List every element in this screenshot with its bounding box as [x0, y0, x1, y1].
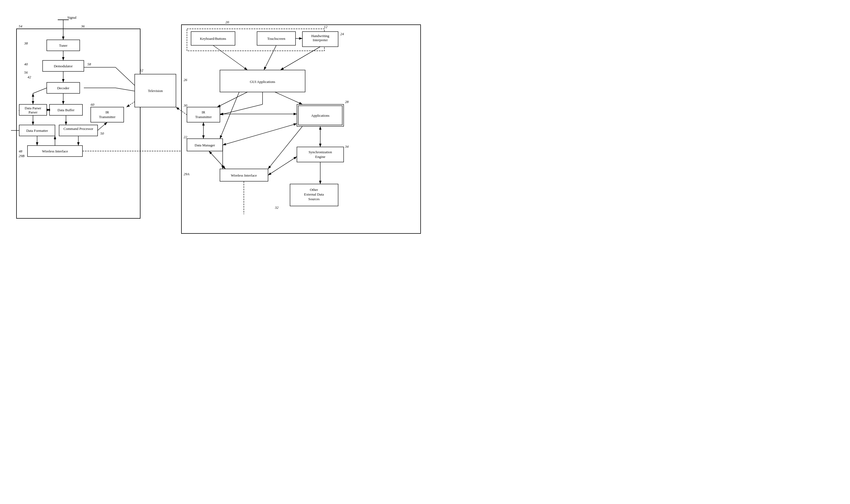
other-external-label: Other — [310, 187, 318, 192]
svg-text:Transmitter: Transmitter — [195, 115, 212, 119]
data-manager-label: Data Manager — [195, 143, 215, 147]
touchscreen-label: Touchscreen — [267, 37, 285, 41]
num-32: 32 — [275, 205, 279, 210]
gui-applications-label: GUI Applications — [250, 80, 275, 84]
sync-engine-label: Synchronization — [309, 150, 332, 154]
num-29b: 29B — [19, 154, 24, 158]
wireless-interface-left-label: Wireless Interface — [42, 149, 68, 153]
data-formatter-label: Data Formatter — [26, 128, 48, 133]
num-40: 40 — [24, 62, 28, 66]
num-36: 36 — [81, 24, 85, 28]
data-buffer-label: Data Buffer — [57, 108, 74, 112]
num-29a: 29A — [184, 172, 189, 176]
num-26: 26 — [184, 78, 188, 82]
decoder-label: Decoder — [57, 86, 70, 90]
keyboard-buttons-label: Keyboard/Buttons — [200, 37, 226, 41]
num-30: 30 — [184, 103, 188, 107]
num-56: 56 — [24, 70, 28, 74]
num-20: 20 — [225, 20, 229, 24]
data-parser-label: Data Parser — [25, 106, 41, 110]
handwriting-interpreter-label: Handwriting — [311, 34, 329, 38]
ir-transmitter-left-label: IR — [106, 110, 109, 114]
num-24: 24 — [340, 32, 344, 36]
num-54: 54 — [19, 24, 22, 28]
demodulator-label: Demodulator — [54, 64, 73, 68]
num-28: 28 — [345, 100, 349, 104]
num-60: 60 — [91, 103, 94, 107]
applications-label: Applications — [311, 113, 329, 118]
svg-text:External Data: External Data — [304, 192, 324, 196]
svg-text:Interpreter: Interpreter — [313, 38, 328, 42]
num-22: 22 — [184, 135, 188, 139]
command-processor-label: Command Processor — [64, 127, 93, 131]
ir-transmitter-right-label: IR — [202, 110, 205, 114]
svg-text:Sources: Sources — [308, 197, 319, 201]
num-42: 42 — [28, 75, 31, 79]
left-system-box — [17, 29, 140, 218]
num-50: 50 — [100, 131, 104, 136]
svg-text:Engine: Engine — [315, 155, 326, 159]
num-38: 38 — [24, 41, 28, 45]
num-48: 48 — [19, 149, 22, 153]
television-label: Television — [148, 89, 163, 93]
num-58: 58 — [87, 62, 91, 66]
svg-text:Transmitter: Transmitter — [99, 115, 116, 119]
tuner-label: Tuner — [59, 43, 68, 48]
wireless-interface-right-label: Wireless Interface — [231, 173, 257, 177]
num-12: 12 — [324, 25, 328, 29]
signal-label: Signal — [67, 15, 77, 19]
num-34: 34 — [345, 144, 349, 149]
diagram-container: Signal 54 36 Tuner 38 Demodulator 40 58 … — [0, 0, 425, 252]
data-parser-label2: Parser — [29, 110, 38, 114]
num-52: 52 — [140, 68, 143, 72]
